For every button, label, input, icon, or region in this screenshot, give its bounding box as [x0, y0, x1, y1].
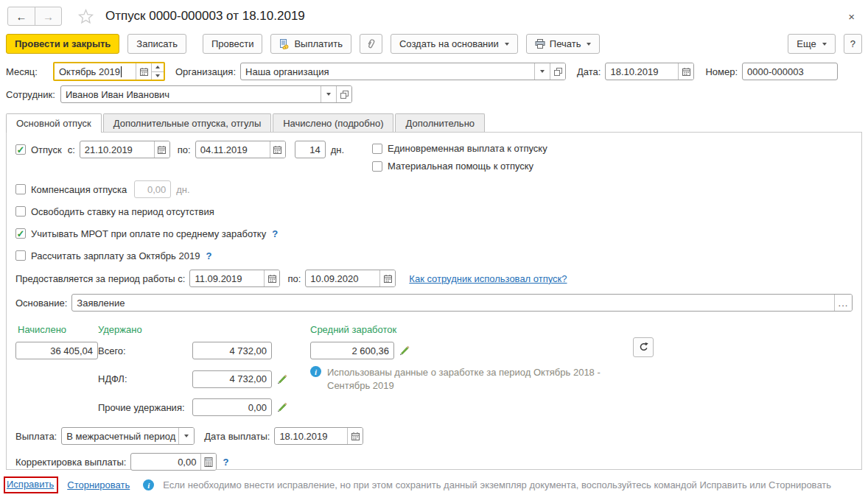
- organization-open-button[interactable]: [550, 63, 565, 80]
- number-input[interactable]: 0000-000003: [743, 63, 837, 80]
- accrued-input[interactable]: 36 405,04: [16, 342, 97, 359]
- vacation-checkbox[interactable]: [15, 144, 26, 155]
- edit-other-withholdings-button[interactable]: [277, 402, 287, 412]
- edit-average-earnings-button[interactable]: [399, 345, 410, 356]
- average-earnings-group: 2 600,36: [310, 342, 394, 359]
- reverse-document-link[interactable]: Сторнировать: [67, 479, 130, 490]
- favorite-star-button[interactable]: [78, 9, 94, 24]
- lump-sum-checkbox[interactable]: [372, 144, 382, 154]
- compensation-checkbox[interactable]: [15, 184, 26, 194]
- average-earnings-input[interactable]: 2 600,36: [311, 342, 393, 359]
- payment-adjustment-input[interactable]: 0,00: [131, 454, 200, 470]
- month-calendar-button[interactable]: [136, 63, 151, 80]
- mrot-checkbox[interactable]: [15, 228, 26, 239]
- payment-adjustment-calculator-button[interactable]: [200, 454, 216, 470]
- forward-button[interactable]: →: [35, 7, 61, 25]
- employee-row: Сотрудник: Иванов Иван Иванович: [0, 85, 868, 104]
- material-aid-row: Материальная помощь к отпуску: [372, 161, 547, 172]
- payment-method-value: В межрасчетный период: [66, 431, 175, 442]
- date-input[interactable]: 18.10.2019: [606, 63, 678, 80]
- payment-date-input[interactable]: 18.10.2019: [275, 428, 347, 444]
- other-withholdings-label: Прочие удержания:: [98, 402, 192, 413]
- payment-adjustment-row: Корректировка выплаты: 0,00 ?: [15, 452, 853, 471]
- back-button[interactable]: ←: [8, 7, 35, 25]
- tab-additional-vacations[interactable]: Дополнительные отпуска, отгулы: [103, 113, 272, 132]
- period-from-input[interactable]: 11.09.2019: [190, 270, 264, 286]
- vacation-to-group: 04.11.2019: [195, 141, 286, 158]
- period-to-calendar-button[interactable]: [379, 270, 395, 286]
- average-earnings-header: Средний заработок: [310, 324, 633, 335]
- close-button[interactable]: ×: [844, 9, 859, 24]
- save-button[interactable]: Записать: [127, 34, 186, 54]
- period-to-input[interactable]: 10.09.2020: [306, 270, 379, 286]
- ndfl-input[interactable]: 4 732,00: [193, 371, 271, 387]
- footer-info-text: Если необходимо внести исправление, но п…: [163, 479, 831, 490]
- vacation-dates-row: Отпуск с: 21.10.2019 по: 04.11.2019 14: [15, 140, 853, 172]
- post-button[interactable]: Провести: [203, 34, 263, 54]
- work-period-label: Предоставляется за период работы с:: [15, 273, 185, 284]
- payment-date-calendar-button[interactable]: [347, 428, 363, 444]
- fix-document-link[interactable]: Исправить: [7, 479, 54, 490]
- vacation-days-input[interactable]: 14: [295, 141, 325, 158]
- calendar-icon: [383, 274, 393, 284]
- pay-button[interactable]: Выплатить: [270, 34, 351, 54]
- employee-dropdown-button[interactable]: [321, 86, 336, 102]
- page-title: Отпуск 0000-000003 от 18.10.2019: [105, 9, 305, 24]
- mrot-row: Учитывать МРОТ при оплате по среднему за…: [15, 226, 853, 241]
- date-calendar-button[interactable]: [678, 63, 693, 80]
- employee-input[interactable]: Иванов Иван Иванович: [61, 86, 321, 102]
- payment-adjustment-help-link[interactable]: ?: [223, 457, 228, 468]
- mrot-help-link[interactable]: ?: [272, 228, 278, 239]
- accrued-header: Начислено: [15, 324, 98, 335]
- basis-input[interactable]: Заявление: [72, 295, 834, 311]
- earnings-info-row: i Использованы данные о заработке за пер…: [310, 366, 633, 392]
- back-arrow-icon: ←: [16, 10, 27, 23]
- calc-salary-label: Рассчитать зарплату за Октябрь 2019: [31, 250, 200, 261]
- withheld-total-input[interactable]: 4 732,00: [193, 342, 271, 359]
- vacation-from-input[interactable]: 21.10.2019: [80, 141, 154, 158]
- release-rate-checkbox[interactable]: [15, 206, 26, 217]
- step-down-icon: [155, 74, 160, 77]
- tab-bar: Основной отпуск Дополнительные отпуска, …: [0, 113, 868, 132]
- vacation-from-group: 21.10.2019: [80, 141, 170, 158]
- period-from-calendar-button[interactable]: [264, 270, 279, 286]
- organization-input[interactable]: Наша организация: [241, 63, 534, 80]
- date-input-group: 18.10.2019: [605, 63, 694, 80]
- print-button[interactable]: Печать: [526, 34, 601, 54]
- employee-input-group: Иванов Иван Иванович: [60, 85, 352, 103]
- calc-salary-checkbox[interactable]: [15, 250, 26, 261]
- vacation-days-unit: дн.: [331, 144, 344, 155]
- edit-ndfl-button[interactable]: [277, 374, 287, 384]
- vacation-to-input[interactable]: 04.11.2019: [196, 141, 270, 158]
- other-withholdings-input[interactable]: 0,00: [193, 399, 271, 415]
- employee-open-button[interactable]: [336, 86, 351, 102]
- create-based-on-button[interactable]: Создать на основании: [391, 34, 518, 54]
- compensation-days-group: 0,00: [134, 180, 171, 198]
- create-based-on-label: Создать на основании: [399, 38, 499, 49]
- payment-method-dropdown-button[interactable]: [178, 428, 194, 444]
- attachments-button[interactable]: [360, 34, 382, 54]
- organization-dropdown-button[interactable]: [534, 63, 550, 80]
- material-aid-checkbox[interactable]: [372, 161, 382, 172]
- compensation-days-input[interactable]: 0,00: [135, 181, 170, 197]
- tab-additional[interactable]: Дополнительно: [395, 113, 485, 132]
- help-button[interactable]: ?: [844, 34, 862, 54]
- vacation-to-calendar-button[interactable]: [270, 141, 285, 158]
- post-and-close-button[interactable]: Провести и закрыть: [6, 34, 119, 54]
- calc-salary-row: Рассчитать зарплату за Октябрь 2019 ?: [15, 248, 853, 263]
- more-button[interactable]: Еще: [788, 34, 835, 54]
- calc-salary-help-link[interactable]: ?: [206, 250, 211, 261]
- tab-main-vacation[interactable]: Основной отпуск: [6, 113, 102, 133]
- vacation-usage-link[interactable]: Как сотрудник использовал отпуск?: [409, 273, 567, 284]
- period-from-group: 11.09.2019: [189, 270, 280, 287]
- pay-document-coins-icon: [279, 39, 290, 49]
- basis-ellipsis-button[interactable]: ...: [834, 295, 852, 311]
- chevron-down-icon: [326, 93, 331, 96]
- vacation-from-calendar-button[interactable]: [154, 141, 169, 158]
- tab-accrued-details[interactable]: Начислено (подробно): [273, 113, 393, 132]
- month-stepper[interactable]: [151, 63, 164, 80]
- month-input[interactable]: Октябрь 2019: [55, 63, 136, 80]
- payment-method-select[interactable]: В межрасчетный период: [62, 428, 178, 444]
- chevron-down-icon: [540, 70, 545, 73]
- recalculate-button[interactable]: [633, 337, 654, 357]
